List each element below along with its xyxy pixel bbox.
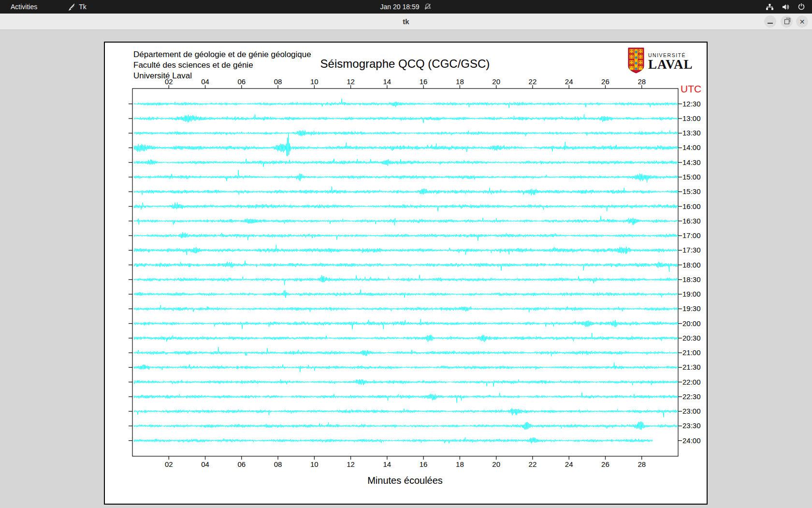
utc-row-label-15:30: 15:30 [682, 187, 701, 195]
faculty-line: Faculté des sciences et de génie [133, 60, 253, 71]
x-tick-bottom-28: 28 [632, 460, 652, 468]
x-tick-bottom-10: 10 [304, 460, 324, 468]
x-tick-top-24: 24 [559, 77, 579, 86]
x-tick-top-20: 20 [487, 77, 506, 86]
x-tick-top-04: 04 [196, 77, 215, 86]
x-tick-bottom-22: 22 [523, 460, 542, 468]
x-tick-bottom-12: 12 [341, 460, 361, 468]
x-tick-bottom-16: 16 [414, 460, 433, 468]
utc-row-label-14:30: 14:30 [682, 158, 701, 166]
utc-row-label-22:30: 22:30 [682, 392, 701, 401]
x-axis-title: Minutes écoulées [308, 475, 502, 486]
utc-row-label-16:00: 16:00 [682, 202, 701, 210]
x-tick-bottom-08: 08 [268, 460, 288, 468]
utc-row-label-17:30: 17:30 [682, 246, 701, 254]
utc-row-label-19:30: 19:30 [682, 304, 701, 313]
tk-feather-icon [68, 3, 75, 11]
x-tick-top-06: 06 [232, 77, 251, 86]
utc-row-label-16:30: 16:30 [682, 217, 701, 225]
system-status-area[interactable] [766, 0, 805, 14]
app-menu-label: Tk [79, 3, 87, 11]
gnome-top-bar: Activities Tk Jan 20 18:59 [0, 0, 812, 14]
x-tick-bottom-04: 04 [196, 460, 215, 468]
window-title: tk [0, 14, 812, 30]
utc-row-label-20:00: 20:00 [682, 319, 701, 328]
x-tick-top-14: 14 [377, 77, 397, 86]
restore-icon [784, 19, 789, 24]
x-tick-bottom-24: 24 [559, 460, 579, 468]
app-menu-tk[interactable]: Tk [68, 3, 87, 11]
close-icon: ✕ [799, 18, 805, 25]
utc-row-label-12:30: 12:30 [682, 100, 701, 108]
utc-axis-header: UTC [681, 83, 701, 95]
x-tick-top-26: 26 [595, 77, 615, 86]
close-button[interactable]: ✕ [796, 15, 808, 28]
minimize-button[interactable] [764, 15, 776, 28]
x-tick-bottom-02: 02 [159, 460, 178, 468]
utc-row-label-20:30: 20:30 [682, 334, 701, 342]
window-title-bar[interactable]: tk ✕ [0, 14, 812, 30]
utc-row-label-23:30: 23:30 [682, 421, 701, 430]
utc-row-label-21:00: 21:00 [682, 348, 701, 357]
x-tick-top-08: 08 [268, 77, 288, 86]
maximize-button[interactable] [781, 15, 793, 28]
utc-row-label-15:00: 15:00 [682, 173, 701, 181]
plot-title: Séismographe QCQ (CGC/GSC) [289, 57, 521, 71]
clock[interactable]: Jan 20 18:59 [380, 3, 420, 11]
x-tick-top-12: 12 [341, 77, 361, 86]
utc-row-label-18:30: 18:30 [682, 275, 701, 284]
utc-row-label-17:00: 17:00 [682, 231, 701, 239]
utc-row-label-23:00: 23:00 [682, 407, 701, 415]
utc-row-label-13:30: 13:30 [682, 129, 701, 137]
x-tick-bottom-14: 14 [377, 460, 397, 468]
power-icon [798, 3, 805, 11]
utc-row-label-18:00: 18:00 [682, 261, 701, 269]
dept-line: Département de géologie et de génie géol… [133, 49, 311, 60]
utc-row-label-21:30: 21:30 [682, 363, 701, 371]
laval-wordmark: UNIVERSITÉ LAVAL [648, 52, 693, 71]
x-tick-top-22: 22 [523, 77, 542, 86]
x-tick-top-02: 02 [159, 77, 178, 86]
universite-laval-logo: UNIVERSITÉ LAVAL [628, 47, 693, 75]
seismograph-canvas [104, 42, 708, 505]
utc-row-label-19:00: 19:00 [682, 290, 701, 298]
laval-shield-icon [628, 47, 644, 75]
utc-row-label-13:00: 13:00 [682, 114, 701, 122]
x-tick-top-18: 18 [450, 77, 469, 86]
utc-row-label-22:00: 22:00 [682, 378, 701, 386]
x-tick-top-10: 10 [304, 77, 324, 86]
utc-row-label-14:00: 14:00 [682, 143, 701, 151]
volume-icon [782, 3, 790, 11]
x-tick-bottom-20: 20 [487, 460, 506, 468]
notifications-muted-bell-icon[interactable] [424, 3, 432, 11]
x-tick-bottom-06: 06 [232, 460, 251, 468]
activities-button[interactable]: Activities [7, 3, 41, 11]
x-tick-top-16: 16 [414, 77, 433, 86]
x-tick-top-28: 28 [632, 77, 652, 86]
utc-row-label-24:00: 24:00 [682, 436, 701, 445]
x-tick-bottom-18: 18 [450, 460, 469, 468]
x-tick-bottom-26: 26 [595, 460, 615, 468]
wired-network-icon [766, 3, 774, 11]
